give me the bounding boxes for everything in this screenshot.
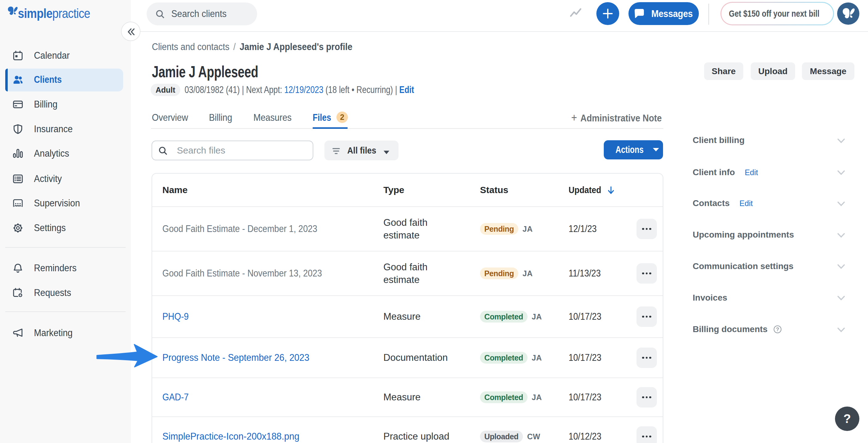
svg-text:?: ?: [776, 327, 779, 332]
